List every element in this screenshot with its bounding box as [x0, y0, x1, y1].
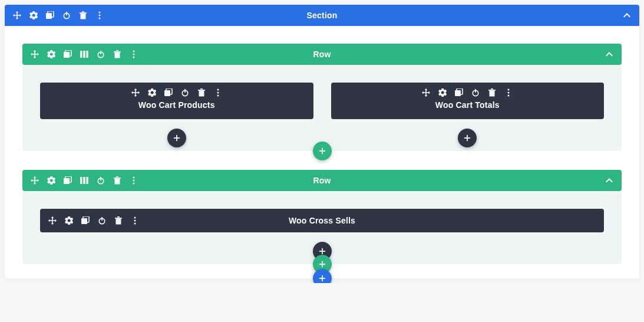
power-icon[interactable]	[181, 88, 189, 97]
move-icon[interactable]	[131, 88, 140, 97]
chevron-up-icon[interactable]	[605, 176, 613, 185]
delete-icon[interactable]	[79, 11, 87, 19]
duplicate-icon[interactable]	[164, 88, 173, 97]
duplicate-icon[interactable]	[455, 88, 463, 97]
more-icon[interactable]	[131, 216, 139, 225]
settings-icon[interactable]	[47, 50, 55, 58]
duplicate-icon[interactable]	[46, 11, 54, 19]
module-title: Woo Cart Products	[138, 100, 215, 112]
columns-icon[interactable]	[80, 50, 88, 58]
delete-icon[interactable]	[488, 88, 496, 97]
module-toolbar	[48, 216, 139, 225]
row-toolbar	[31, 176, 138, 185]
column: Woo Cart Products	[40, 83, 313, 147]
module-toolbar	[422, 88, 513, 97]
module-toolbar	[131, 88, 222, 97]
duplicate-icon[interactable]	[81, 216, 90, 225]
delete-icon[interactable]	[113, 176, 121, 185]
delete-icon[interactable]	[114, 216, 123, 225]
section-title: Section	[13, 11, 631, 20]
add-module-button[interactable]	[458, 129, 477, 147]
module[interactable]: Woo Cart Totals	[331, 83, 605, 119]
section: Section Row	[5, 5, 639, 278]
row-toolbar	[31, 50, 138, 58]
column: Woo Cart Totals	[331, 83, 605, 147]
section-toolbar	[13, 11, 104, 19]
delete-icon[interactable]	[113, 50, 121, 58]
row-header: Row	[22, 170, 622, 191]
duplicate-icon[interactable]	[64, 176, 72, 185]
settings-icon[interactable]	[148, 88, 156, 97]
power-icon[interactable]	[62, 11, 71, 19]
power-icon[interactable]	[97, 50, 105, 58]
more-icon[interactable]	[214, 88, 222, 97]
row-body: Woo Cross Sells	[22, 191, 622, 264]
module-title: Woo Cart Totals	[435, 100, 500, 112]
move-icon[interactable]	[48, 216, 57, 225]
module[interactable]: Woo Cross Sells	[40, 209, 604, 232]
column: Woo Cross Sells	[40, 209, 604, 261]
add-row-button[interactable]	[313, 142, 332, 160]
add-module-button[interactable]	[167, 129, 186, 147]
settings-icon[interactable]	[65, 216, 73, 225]
settings-icon[interactable]	[47, 176, 55, 185]
settings-icon[interactable]	[29, 11, 38, 19]
add-section-button[interactable]	[313, 269, 332, 283]
module[interactable]: Woo Cart Products	[40, 83, 313, 119]
more-icon[interactable]	[130, 50, 138, 58]
more-icon[interactable]	[130, 176, 138, 185]
power-icon[interactable]	[97, 176, 105, 185]
section-header: Section	[5, 5, 639, 26]
chevron-up-icon[interactable]	[605, 50, 613, 58]
row: Row Woo Cart Products	[22, 44, 622, 151]
more-icon[interactable]	[95, 11, 104, 19]
columns-icon[interactable]	[80, 176, 88, 185]
power-icon[interactable]	[471, 88, 480, 97]
row-body: Woo Cart Products Woo	[22, 65, 622, 151]
row: Row Woo Cross Sells	[22, 170, 622, 264]
more-icon[interactable]	[504, 88, 513, 97]
move-icon[interactable]	[31, 50, 39, 58]
move-icon[interactable]	[422, 88, 430, 97]
chevron-up-icon[interactable]	[623, 11, 631, 19]
row-header: Row	[22, 44, 622, 65]
power-icon[interactable]	[98, 216, 106, 225]
settings-icon[interactable]	[438, 88, 447, 97]
delete-icon[interactable]	[197, 88, 206, 97]
move-icon[interactable]	[31, 176, 39, 185]
duplicate-icon[interactable]	[64, 50, 72, 58]
move-icon[interactable]	[13, 11, 21, 19]
